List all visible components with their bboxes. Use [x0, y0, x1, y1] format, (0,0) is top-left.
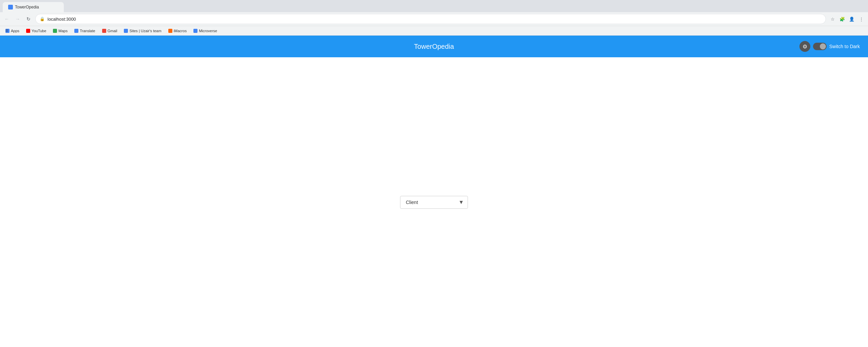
toggle-switch[interactable]	[813, 43, 827, 50]
bookmark-translate[interactable]: Translate	[72, 28, 98, 34]
theme-icon: ⚙	[799, 41, 810, 52]
menu-button[interactable]: ⋮	[857, 15, 865, 23]
back-icon: ←	[4, 16, 9, 22]
app-header: TowerOpedia ⚙ Switch to Dark	[0, 36, 868, 57]
maps-bookmark-icon	[53, 29, 57, 33]
browser-controls: ← → ↻ 🔒 localhost:3000 ☆ 🧩 👤 ⋮	[0, 12, 868, 26]
main-content: Client Server Admin ▼	[0, 57, 868, 347]
bookmark-maps[interactable]: Maps	[50, 28, 70, 34]
reload-button[interactable]: ↻	[24, 15, 33, 23]
imacros-bookmark-icon	[168, 29, 172, 33]
bookmarks-bar: ⠿ Apps YouTube Maps Translate Gmail Site…	[0, 26, 868, 35]
tab-favicon	[8, 5, 13, 9]
bookmark-microverse-label: Microverse	[199, 29, 217, 33]
tab-title: TowerOpedia	[15, 5, 39, 9]
lock-icon: 🔒	[40, 17, 45, 21]
youtube-bookmark-icon	[26, 29, 30, 33]
browser-tab[interactable]: TowerOpedia	[3, 2, 64, 12]
bookmark-apps-label: Apps	[11, 29, 19, 33]
bookmark-imacros[interactable]: iMacros	[166, 28, 190, 34]
sites-bookmark-icon	[124, 29, 128, 33]
bookmark-button[interactable]: ☆	[829, 15, 837, 23]
bookmark-translate-label: Translate	[80, 29, 95, 33]
theme-toggle-button[interactable]: ⚙ Switch to Dark	[799, 41, 860, 52]
theme-toggle-label: Switch to Dark	[829, 44, 860, 49]
forward-icon: →	[15, 16, 20, 22]
extensions-button[interactable]: 🧩	[838, 15, 846, 23]
bookmark-maps-label: Maps	[58, 29, 68, 33]
back-button[interactable]: ←	[3, 15, 11, 23]
address-bar[interactable]: 🔒 localhost:3000	[35, 14, 826, 24]
bookmark-apps[interactable]: ⠿ Apps	[3, 28, 22, 34]
apps-bookmark-icon: ⠿	[5, 29, 10, 33]
profile-button[interactable]: 👤	[848, 15, 856, 23]
translate-bookmark-icon	[74, 29, 78, 33]
bookmark-sites[interactable]: Sites | Uzair's team	[121, 28, 164, 34]
toggle-knob	[820, 43, 826, 49]
bookmark-gmail-label: Gmail	[108, 29, 117, 33]
bookmark-youtube[interactable]: YouTube	[23, 28, 49, 34]
client-dropdown[interactable]: Client Server Admin	[400, 196, 468, 209]
bookmark-imacros-label: iMacros	[174, 29, 187, 33]
bookmark-sites-label: Sites | Uzair's team	[129, 29, 161, 33]
browser-actions: ☆ 🧩 👤 ⋮	[829, 15, 865, 23]
microverse-bookmark-icon	[193, 29, 197, 33]
dropdown-container: Client Server Admin ▼	[400, 196, 468, 209]
forward-button[interactable]: →	[14, 15, 22, 23]
browser-chrome: TowerOpedia ← → ↻ 🔒 localhost:3000 ☆ 🧩 👤…	[0, 0, 868, 36]
header-actions: ⚙ Switch to Dark	[799, 41, 860, 52]
bookmark-gmail[interactable]: Gmail	[99, 28, 120, 34]
bookmark-youtube-label: YouTube	[32, 29, 46, 33]
browser-tab-bar: TowerOpedia	[0, 0, 868, 12]
bookmark-microverse[interactable]: Microverse	[191, 28, 220, 34]
gmail-bookmark-icon	[102, 29, 106, 33]
app-title: TowerOpedia	[414, 43, 454, 50]
gear-icon: ⚙	[803, 43, 807, 50]
reload-icon: ↻	[26, 16, 31, 22]
url-text: localhost:3000	[48, 17, 822, 22]
